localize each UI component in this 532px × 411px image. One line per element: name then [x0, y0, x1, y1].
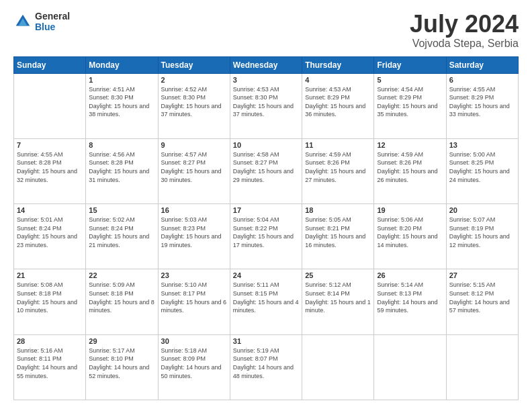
- day-number: 30: [161, 337, 227, 345]
- day-number: 31: [233, 337, 299, 345]
- day-number: 3: [233, 76, 299, 84]
- day-number: 23: [161, 271, 227, 279]
- calendar-cell: [374, 334, 446, 400]
- day-number: 16: [161, 206, 227, 214]
- logo: General Blue: [13, 11, 70, 32]
- page: General Blue July 2024 Vojvoda Stepa, Se…: [0, 0, 532, 411]
- logo-blue: Blue: [35, 21, 70, 32]
- day-number: 5: [377, 76, 443, 84]
- calendar-cell: 17Sunrise: 5:04 AMSunset: 8:22 PMDayligh…: [230, 204, 302, 269]
- day-number: 26: [377, 271, 443, 279]
- calendar-table: Sunday Monday Tuesday Wednesday Thursday…: [13, 56, 519, 400]
- cell-info: Sunrise: 4:51 AMSunset: 8:30 PMDaylight:…: [89, 85, 154, 119]
- calendar-cell: 27Sunrise: 5:15 AMSunset: 8:12 PMDayligh…: [446, 269, 518, 334]
- cell-info: Sunrise: 4:58 AMSunset: 8:27 PMDaylight:…: [233, 150, 299, 184]
- col-saturday: Saturday: [446, 56, 518, 73]
- cell-info: Sunrise: 5:16 AMSunset: 8:11 PMDaylight:…: [17, 347, 83, 380]
- calendar-cell: 30Sunrise: 5:18 AMSunset: 8:09 PMDayligh…: [158, 334, 230, 400]
- cell-info: Sunrise: 4:59 AMSunset: 8:26 PMDaylight:…: [305, 150, 371, 184]
- cell-info: Sunrise: 5:01 AMSunset: 8:24 PMDaylight:…: [17, 216, 83, 249]
- calendar-cell: 20Sunrise: 5:07 AMSunset: 8:19 PMDayligh…: [446, 204, 518, 269]
- calendar-cell: 5Sunrise: 4:54 AMSunset: 8:29 PMDaylight…: [374, 73, 446, 138]
- cell-info: Sunrise: 4:57 AMSunset: 8:27 PMDaylight:…: [161, 150, 227, 184]
- cell-info: Sunrise: 5:07 AMSunset: 8:19 PMDaylight:…: [449, 216, 515, 249]
- calendar-cell: 31Sunrise: 5:19 AMSunset: 8:07 PMDayligh…: [230, 334, 302, 400]
- day-number: 2: [161, 76, 227, 84]
- cell-info: Sunrise: 5:02 AMSunset: 8:24 PMDaylight:…: [89, 216, 154, 249]
- col-sunday: Sunday: [14, 56, 86, 73]
- day-number: 11: [305, 141, 371, 149]
- cell-info: Sunrise: 4:53 AMSunset: 8:30 PMDaylight:…: [233, 85, 299, 119]
- cell-info: Sunrise: 5:08 AMSunset: 8:18 PMDaylight:…: [17, 281, 83, 314]
- cell-info: Sunrise: 5:14 AMSunset: 8:13 PMDaylight:…: [377, 281, 443, 314]
- title-month: July 2024: [410, 11, 519, 38]
- day-number: 15: [89, 206, 154, 214]
- cell-info: Sunrise: 5:10 AMSunset: 8:17 PMDaylight:…: [161, 281, 227, 314]
- calendar-cell: [302, 334, 374, 400]
- day-number: 12: [377, 141, 443, 149]
- col-wednesday: Wednesday: [230, 56, 302, 73]
- calendar-cell: 24Sunrise: 5:11 AMSunset: 8:15 PMDayligh…: [230, 269, 302, 334]
- day-number: 24: [233, 271, 299, 279]
- calendar-cell: 28Sunrise: 5:16 AMSunset: 8:11 PMDayligh…: [14, 334, 86, 400]
- cell-info: Sunrise: 5:18 AMSunset: 8:09 PMDaylight:…: [161, 347, 227, 380]
- calendar-cell: 25Sunrise: 5:12 AMSunset: 8:14 PMDayligh…: [302, 269, 374, 334]
- cell-info: Sunrise: 4:55 AMSunset: 8:29 PMDaylight:…: [449, 85, 515, 119]
- cell-info: Sunrise: 5:19 AMSunset: 8:07 PMDaylight:…: [233, 347, 299, 380]
- day-number: 20: [449, 206, 515, 214]
- calendar-cell: 10Sunrise: 4:58 AMSunset: 8:27 PMDayligh…: [230, 138, 302, 203]
- calendar-cell: 11Sunrise: 4:59 AMSunset: 8:26 PMDayligh…: [302, 138, 374, 203]
- calendar-cell: 9Sunrise: 4:57 AMSunset: 8:27 PMDaylight…: [158, 138, 230, 203]
- calendar-cell: 12Sunrise: 4:59 AMSunset: 8:26 PMDayligh…: [374, 138, 446, 203]
- calendar-cell: 23Sunrise: 5:10 AMSunset: 8:17 PMDayligh…: [158, 269, 230, 334]
- calendar-cell: 22Sunrise: 5:09 AMSunset: 8:18 PMDayligh…: [86, 269, 158, 334]
- calendar-cell: 29Sunrise: 5:17 AMSunset: 8:10 PMDayligh…: [86, 334, 158, 400]
- calendar-week-row: 28Sunrise: 5:16 AMSunset: 8:11 PMDayligh…: [14, 334, 519, 400]
- day-number: 19: [377, 206, 443, 214]
- cell-info: Sunrise: 5:03 AMSunset: 8:23 PMDaylight:…: [161, 216, 227, 249]
- cell-info: Sunrise: 4:59 AMSunset: 8:26 PMDaylight:…: [377, 150, 443, 184]
- day-number: 21: [17, 271, 83, 279]
- cell-info: Sunrise: 5:15 AMSunset: 8:12 PMDaylight:…: [449, 281, 515, 314]
- cell-info: Sunrise: 5:17 AMSunset: 8:10 PMDaylight:…: [89, 347, 154, 380]
- day-number: 7: [17, 141, 83, 149]
- calendar-week-row: 21Sunrise: 5:08 AMSunset: 8:18 PMDayligh…: [14, 269, 519, 334]
- col-thursday: Thursday: [302, 56, 374, 73]
- cell-info: Sunrise: 4:52 AMSunset: 8:30 PMDaylight:…: [161, 85, 227, 119]
- day-number: 17: [233, 206, 299, 214]
- logo-text: General Blue: [35, 11, 70, 32]
- calendar-cell: 15Sunrise: 5:02 AMSunset: 8:24 PMDayligh…: [86, 204, 158, 269]
- day-number: 8: [89, 141, 154, 149]
- calendar-cell: 3Sunrise: 4:53 AMSunset: 8:30 PMDaylight…: [230, 73, 302, 138]
- day-number: 1: [89, 76, 154, 84]
- calendar-cell: 2Sunrise: 4:52 AMSunset: 8:30 PMDaylight…: [158, 73, 230, 138]
- calendar-week-row: 1Sunrise: 4:51 AMSunset: 8:30 PMDaylight…: [14, 73, 519, 138]
- title-location: Vojvoda Stepa, Serbia: [410, 38, 519, 50]
- calendar-cell: [446, 334, 518, 400]
- weekday-header-row: Sunday Monday Tuesday Wednesday Thursday…: [14, 56, 519, 73]
- day-number: 27: [449, 271, 515, 279]
- calendar-cell: 13Sunrise: 5:00 AMSunset: 8:25 PMDayligh…: [446, 138, 518, 203]
- title-block: July 2024 Vojvoda Stepa, Serbia: [410, 11, 519, 50]
- cell-info: Sunrise: 4:56 AMSunset: 8:28 PMDaylight:…: [89, 150, 154, 184]
- col-monday: Monday: [86, 56, 158, 73]
- day-number: 4: [305, 76, 371, 84]
- cell-info: Sunrise: 5:09 AMSunset: 8:18 PMDaylight:…: [89, 281, 154, 314]
- calendar-cell: 4Sunrise: 4:53 AMSunset: 8:29 PMDaylight…: [302, 73, 374, 138]
- cell-info: Sunrise: 5:11 AMSunset: 8:15 PMDaylight:…: [233, 281, 299, 314]
- cell-info: Sunrise: 5:06 AMSunset: 8:20 PMDaylight:…: [377, 216, 443, 249]
- calendar-cell: 6Sunrise: 4:55 AMSunset: 8:29 PMDaylight…: [446, 73, 518, 138]
- calendar-week-row: 14Sunrise: 5:01 AMSunset: 8:24 PMDayligh…: [14, 204, 519, 269]
- calendar-cell: 19Sunrise: 5:06 AMSunset: 8:20 PMDayligh…: [374, 204, 446, 269]
- calendar-week-row: 7Sunrise: 4:55 AMSunset: 8:28 PMDaylight…: [14, 138, 519, 203]
- calendar-cell: 8Sunrise: 4:56 AMSunset: 8:28 PMDaylight…: [86, 138, 158, 203]
- day-number: 28: [17, 337, 83, 345]
- logo-general: General: [35, 11, 70, 21]
- day-number: 25: [305, 271, 371, 279]
- col-tuesday: Tuesday: [158, 56, 230, 73]
- calendar-cell: 1Sunrise: 4:51 AMSunset: 8:30 PMDaylight…: [86, 73, 158, 138]
- cell-info: Sunrise: 4:53 AMSunset: 8:29 PMDaylight:…: [305, 85, 371, 119]
- header: General Blue July 2024 Vojvoda Stepa, Se…: [13, 11, 519, 50]
- calendar-cell: 18Sunrise: 5:05 AMSunset: 8:21 PMDayligh…: [302, 204, 374, 269]
- calendar-cell: 21Sunrise: 5:08 AMSunset: 8:18 PMDayligh…: [14, 269, 86, 334]
